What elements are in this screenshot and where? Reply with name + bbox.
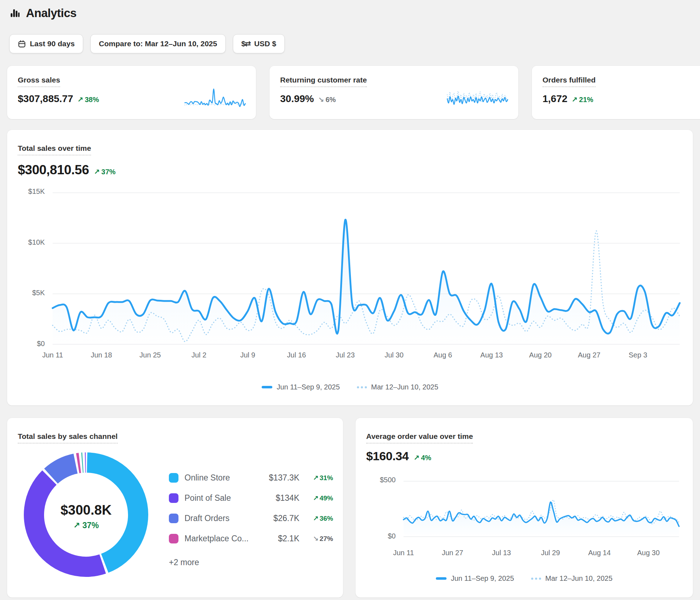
legend-item-current: Jun 11–Sep 9, 2025	[436, 574, 514, 583]
channel-value: $137.3K	[269, 473, 299, 483]
date-range-button[interactable]: Last 90 days	[9, 34, 83, 53]
trend-up-icon: ↗	[73, 521, 80, 530]
metric-label-orders-fulfilled[interactable]: Orders fulfilled	[543, 76, 595, 87]
trend-up-icon: ↗	[94, 168, 100, 176]
metric-value-returning-rate: 30.99%	[280, 93, 314, 105]
channel-row: Draft Orders$26.7K↗36%	[169, 508, 333, 529]
metric-delta-orders-fulfilled: ↗21%	[572, 95, 593, 104]
channel-row: Online Store$137.3K↗31%	[169, 468, 333, 488]
x-tick-label: Jul 2	[191, 351, 206, 359]
y-tick-label: $500	[362, 476, 396, 484]
bar-chart-icon	[9, 7, 21, 19]
total-sales-legend: Jun 11–Sep 9, 2025 Mar 12–Jun 10, 2025	[7, 383, 693, 391]
trend-up-icon: ↗	[413, 454, 420, 462]
currency-label: USD $	[254, 39, 276, 48]
trend-up-icon: ↗	[572, 96, 578, 103]
x-tick-label: Jul 30	[385, 351, 404, 359]
channel-swatch	[169, 473, 178, 483]
channel-name: Marketplace Co...	[185, 534, 278, 543]
returning-rate-sparkline	[447, 88, 508, 108]
channel-delta: ↗49%	[299, 494, 333, 502]
channels-title[interactable]: Total sales by sales channel	[18, 432, 118, 444]
aov-legend: Jun 11–Sep 9, 2025 Mar 12–Jun 10, 2025	[356, 574, 693, 583]
dotted-line-key	[531, 578, 541, 580]
compare-label: Compare to: Mar 12–Jun 10, 2025	[99, 39, 217, 48]
x-tick-label: Jul 9	[240, 351, 255, 359]
more-channels-link[interactable]: +2 more	[169, 558, 199, 567]
channel-row: Point of Sale$134K↗49%	[169, 488, 333, 508]
legend-item-previous: Mar 12–Jun 10, 2025	[531, 574, 613, 583]
total-sales-title[interactable]: Total sales over time	[18, 144, 91, 155]
currency-exchange-icon: $⇄	[241, 39, 250, 48]
gross-sales-sparkline	[185, 88, 245, 108]
x-tick-label: Jun 25	[139, 351, 161, 359]
metric-card-gross-sales: Gross sales $307,885.77 ↗38%	[7, 66, 256, 119]
trend-up-icon: ↗	[78, 96, 84, 103]
metric-label-gross-sales[interactable]: Gross sales	[18, 76, 60, 87]
solid-line-key	[436, 577, 447, 580]
total-sales-chart[interactable]	[53, 192, 680, 345]
x-tick-label: Jul 23	[336, 351, 355, 359]
donut-center-delta: ↗ 37%	[40, 521, 132, 530]
channel-legend: Online Store$137.3K↗31%Point of Sale$134…	[169, 468, 333, 549]
currency-button[interactable]: $⇄ USD $	[233, 34, 285, 53]
y-tick-label: $0	[362, 532, 396, 540]
y-tick-label: $10K	[14, 238, 45, 246]
x-tick-label: Aug 30	[637, 549, 659, 557]
total-sales-delta: ↗37%	[94, 168, 116, 176]
page-header: Analytics	[9, 6, 76, 20]
donut-center: $300.8K ↗ 37%	[40, 503, 132, 530]
x-tick-label: Aug 20	[529, 351, 551, 359]
page-title: Analytics	[26, 6, 76, 20]
trend-up-icon: ↗	[313, 515, 319, 522]
channel-delta: ↗31%	[299, 474, 333, 482]
x-tick-label: Jun 11	[393, 549, 414, 557]
metric-card-orders-fulfilled: Orders fulfilled 1,672 ↗21%	[532, 66, 700, 119]
metric-delta-returning-rate: ↘6%	[318, 95, 336, 104]
aov-card: Average order value over time $160.34 ↗4…	[356, 418, 693, 598]
x-tick-label: Jul 13	[492, 549, 511, 557]
toolbar: Last 90 days Compare to: Mar 12–Jun 10, …	[9, 34, 285, 53]
channel-name: Online Store	[185, 473, 269, 483]
metric-delta-gross-sales: ↗38%	[78, 95, 99, 104]
trend-down-icon: ↘	[318, 96, 324, 103]
analytics-page: Analytics Last 90 days Compare to: Mar 1…	[0, 0, 700, 600]
dotted-line-key	[357, 386, 367, 388]
trend-up-icon: ↗	[313, 474, 319, 482]
trend-up-icon: ↗	[313, 494, 319, 502]
channel-value: $2.1K	[278, 534, 299, 543]
metric-card-returning-rate: Returning customer rate 30.99% ↘6%	[269, 66, 518, 119]
y-tick-label: $5K	[14, 289, 45, 297]
aov-title[interactable]: Average order value over time	[366, 432, 473, 444]
metric-value-orders-fulfilled: 1,672	[543, 93, 567, 105]
channel-delta: ↘27%	[299, 535, 333, 543]
channel-delta: ↗36%	[299, 514, 333, 522]
x-tick-label: Jun 18	[91, 351, 112, 359]
solid-line-key	[262, 386, 272, 388]
x-tick-label: Jun 27	[442, 549, 463, 557]
channel-swatch	[169, 514, 178, 523]
donut-slice[interactable]	[78, 463, 80, 463]
donut-slice[interactable]	[51, 464, 75, 476]
x-tick-label: Jul 29	[541, 549, 560, 557]
compare-button[interactable]: Compare to: Mar 12–Jun 10, 2025	[90, 34, 226, 53]
x-tick-label: Aug 13	[480, 351, 503, 359]
trend-down-icon: ↘	[313, 535, 319, 542]
legend-item-current: Jun 11–Sep 9, 2025	[262, 383, 340, 391]
legend-item-previous: Mar 12–Jun 10, 2025	[357, 383, 438, 391]
date-range-label: Last 90 days	[30, 39, 75, 48]
x-tick-label: Aug 14	[588, 549, 610, 557]
channels-card: Total sales by sales channel $300.8K ↗ 3…	[7, 418, 343, 598]
total-sales-card: Total sales over time $300,810.56 ↗37% $…	[7, 130, 693, 405]
aov-chart[interactable]	[404, 481, 679, 537]
metric-value-gross-sales: $307,885.77	[18, 93, 73, 105]
metric-label-returning-rate[interactable]: Returning customer rate	[280, 76, 367, 87]
aov-delta: ↗4%	[413, 453, 431, 462]
channel-value: $134K	[276, 493, 299, 503]
total-sales-value: $300,810.56	[18, 163, 89, 177]
x-tick-label: Sep 3	[629, 351, 647, 359]
x-tick-label: Aug 6	[433, 351, 452, 359]
y-tick-label: $15K	[14, 187, 45, 196]
x-tick-label: Jul 16	[287, 351, 306, 359]
channel-swatch	[169, 534, 178, 543]
